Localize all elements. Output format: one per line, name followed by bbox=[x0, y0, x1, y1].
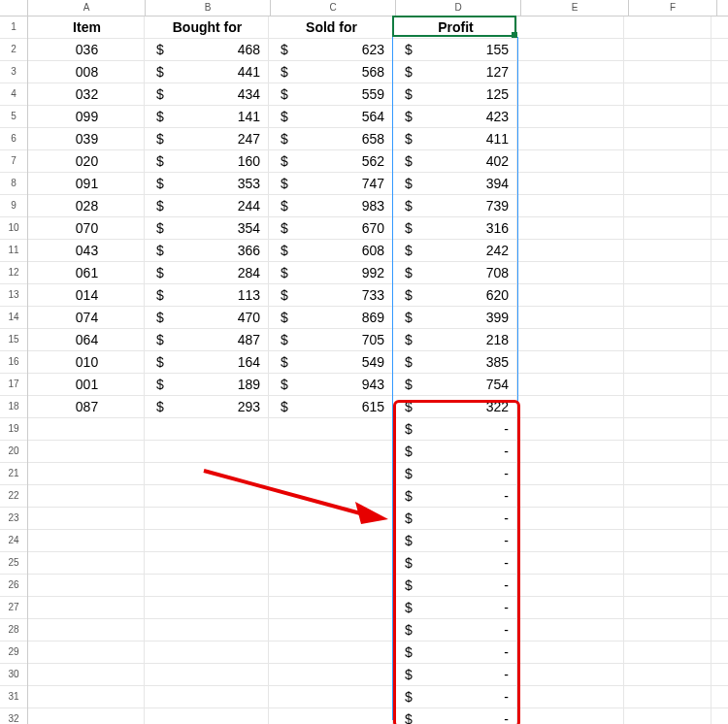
header-sold[interactable]: Sold for bbox=[269, 16, 393, 38]
cell-F17[interactable] bbox=[624, 374, 711, 395]
cell-sold[interactable]: $ 562 bbox=[269, 150, 393, 172]
cell-F9[interactable] bbox=[624, 195, 711, 216]
cell-F11[interactable] bbox=[624, 240, 711, 261]
cell-F31[interactable] bbox=[624, 686, 711, 708]
cell-F28[interactable] bbox=[624, 619, 711, 641]
cell-F2[interactable] bbox=[624, 39, 711, 60]
cell-bought[interactable]: $ 141 bbox=[145, 106, 269, 127]
cell-E10[interactable] bbox=[517, 217, 624, 239]
cell-F22[interactable] bbox=[624, 485, 711, 507]
cell-C32[interactable] bbox=[269, 708, 393, 724]
cell-profit-empty[interactable]: $ - bbox=[393, 708, 517, 724]
row-header-12[interactable]: 12 bbox=[0, 262, 27, 284]
cell-F26[interactable] bbox=[624, 575, 711, 596]
cell-E30[interactable] bbox=[517, 664, 624, 685]
cell-B21[interactable] bbox=[145, 463, 269, 484]
cell-A21[interactable] bbox=[28, 463, 145, 484]
cell-C30[interactable] bbox=[269, 664, 393, 685]
cell-F14[interactable] bbox=[624, 307, 711, 328]
cell-C29[interactable] bbox=[269, 642, 393, 663]
cell-A27[interactable] bbox=[28, 597, 145, 618]
cell-F6[interactable] bbox=[624, 128, 711, 149]
cell-profit-empty[interactable]: $ - bbox=[393, 530, 517, 551]
cell-profit-empty[interactable]: $ - bbox=[393, 597, 517, 618]
cell-bought[interactable]: $ 247 bbox=[145, 128, 269, 149]
row-header-32[interactable]: 32 bbox=[0, 708, 27, 724]
cell-F25[interactable] bbox=[624, 552, 711, 574]
row-header-9[interactable]: 9 bbox=[0, 195, 27, 217]
cell-sold[interactable]: $ 983 bbox=[269, 195, 393, 216]
header-profit[interactable]: Profit bbox=[393, 16, 517, 38]
row-header-2[interactable]: 2 bbox=[0, 39, 27, 61]
cell-item[interactable]: 008 bbox=[28, 61, 145, 82]
cell-E12[interactable] bbox=[517, 262, 624, 283]
cell-E16[interactable] bbox=[517, 351, 624, 373]
col-header-C[interactable]: C bbox=[271, 0, 396, 16]
row-header-15[interactable]: 15 bbox=[0, 329, 27, 351]
cell-E22[interactable] bbox=[517, 485, 624, 507]
cell-sold[interactable]: $ 747 bbox=[269, 173, 393, 194]
cell-profit-empty[interactable]: $ - bbox=[393, 686, 517, 708]
cell-profit[interactable]: $ 402 bbox=[393, 150, 517, 172]
cell-B25[interactable] bbox=[145, 552, 269, 574]
cell-E21[interactable] bbox=[517, 463, 624, 484]
cell-F21[interactable] bbox=[624, 463, 711, 484]
cell-profit[interactable]: $ 411 bbox=[393, 128, 517, 149]
cell-E1[interactable] bbox=[517, 16, 624, 38]
row-header-19[interactable]: 19 bbox=[0, 418, 27, 441]
cell-B32[interactable] bbox=[145, 708, 269, 724]
row-header-30[interactable]: 30 bbox=[0, 664, 27, 686]
cell-B28[interactable] bbox=[145, 619, 269, 641]
cell-F15[interactable] bbox=[624, 329, 711, 350]
grid-area[interactable]: ItemBought forSold forProfit036 $ 468 $ … bbox=[28, 16, 728, 724]
cell-item[interactable]: 020 bbox=[28, 150, 145, 172]
cell-profit-empty[interactable]: $ - bbox=[393, 642, 517, 663]
row-header-6[interactable]: 6 bbox=[0, 128, 27, 150]
cell-E2[interactable] bbox=[517, 39, 624, 60]
cell-profit-empty[interactable]: $ - bbox=[393, 485, 517, 507]
cell-sold[interactable]: $ 670 bbox=[269, 217, 393, 239]
row-header-24[interactable]: 24 bbox=[0, 530, 27, 552]
row-header-10[interactable]: 10 bbox=[0, 217, 27, 240]
cell-E13[interactable] bbox=[517, 284, 624, 306]
cell-sold[interactable]: $ 549 bbox=[269, 351, 393, 373]
cell-E31[interactable] bbox=[517, 686, 624, 708]
cell-E7[interactable] bbox=[517, 150, 624, 172]
cell-E18[interactable] bbox=[517, 396, 624, 417]
row-header-21[interactable]: 21 bbox=[0, 463, 27, 485]
cell-B20[interactable] bbox=[145, 441, 269, 462]
cell-E9[interactable] bbox=[517, 195, 624, 216]
cell-A19[interactable] bbox=[28, 418, 145, 440]
cell-E14[interactable] bbox=[517, 307, 624, 328]
row-header-25[interactable]: 25 bbox=[0, 552, 27, 575]
cell-profit[interactable]: $ 127 bbox=[393, 61, 517, 82]
cell-profit-empty[interactable]: $ - bbox=[393, 441, 517, 462]
row-header-26[interactable]: 26 bbox=[0, 575, 27, 597]
cell-F3[interactable] bbox=[624, 61, 711, 82]
row-header-29[interactable]: 29 bbox=[0, 642, 27, 664]
row-header-5[interactable]: 5 bbox=[0, 106, 27, 128]
cell-item[interactable]: 010 bbox=[28, 351, 145, 373]
cell-C24[interactable] bbox=[269, 530, 393, 551]
cell-sold[interactable]: $ 869 bbox=[269, 307, 393, 328]
cell-bought[interactable]: $ 366 bbox=[145, 240, 269, 261]
cell-sold[interactable]: $ 733 bbox=[269, 284, 393, 306]
cell-profit[interactable]: $ 125 bbox=[393, 83, 517, 105]
cell-B29[interactable] bbox=[145, 642, 269, 663]
cell-A23[interactable] bbox=[28, 508, 145, 529]
cell-E25[interactable] bbox=[517, 552, 624, 574]
cell-profit-empty[interactable]: $ - bbox=[393, 418, 517, 440]
cell-F19[interactable] bbox=[624, 418, 711, 440]
cell-profit[interactable]: $ 739 bbox=[393, 195, 517, 216]
cell-bought[interactable]: $ 164 bbox=[145, 351, 269, 373]
cell-E11[interactable] bbox=[517, 240, 624, 261]
cell-C22[interactable] bbox=[269, 485, 393, 507]
cell-profit-empty[interactable]: $ - bbox=[393, 552, 517, 574]
cell-profit[interactable]: $ 316 bbox=[393, 217, 517, 239]
cell-A29[interactable] bbox=[28, 642, 145, 663]
cell-bought[interactable]: $ 470 bbox=[145, 307, 269, 328]
cell-E6[interactable] bbox=[517, 128, 624, 149]
cell-item[interactable]: 074 bbox=[28, 307, 145, 328]
cell-B19[interactable] bbox=[145, 418, 269, 440]
cell-profit[interactable]: $ 242 bbox=[393, 240, 517, 261]
